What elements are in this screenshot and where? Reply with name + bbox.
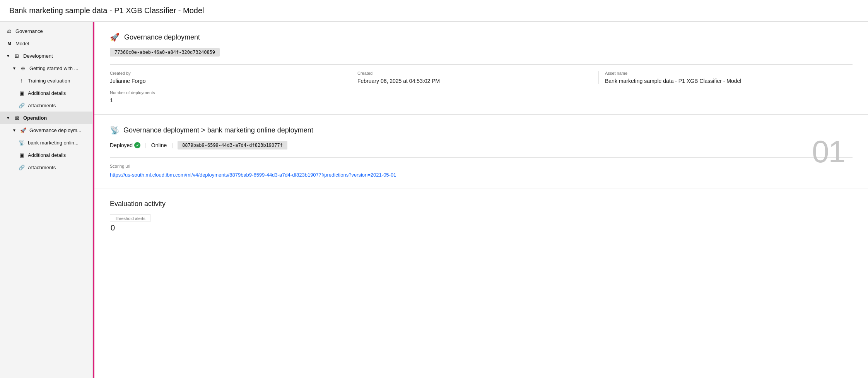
bank-marketing-deployment-title: Governance deployment > bank marketing o…	[123, 126, 313, 134]
created-by-value: Julianne Forgo	[110, 78, 345, 84]
deployment-uuid[interactable]: 8879bab9-6599-44d3-a7d4-df823b19077f	[178, 141, 287, 149]
meta-grid: Created by Julianne Forgo Created Februa…	[110, 64, 853, 84]
sidebar-item-getting-started[interactable]: ▼ ⊕ Getting started with ...	[0, 62, 92, 74]
sidebar-item-operation[interactable]: ▼ ⚖ Operation	[0, 112, 92, 124]
governance-icon: ⚖	[6, 28, 12, 34]
created-by-label: Created by	[110, 71, 345, 76]
governance-deployment-uuid[interactable]: 77360c0e-abeb-46a0-a84f-320d73240859	[110, 48, 220, 57]
development-icon: ⊞	[14, 53, 20, 59]
created-item: Created February 06, 2025 at 04:53:02 PM	[357, 71, 599, 84]
sidebar-item-label: Training evaluation	[28, 78, 70, 84]
sidebar-item-label: Development	[23, 53, 53, 59]
num-deployments-container: Number of deployments 1	[110, 90, 853, 103]
sidebar-item-development[interactable]: ▼ ⊞ Development	[0, 50, 92, 62]
num-deployments-label: Number of deployments	[110, 90, 853, 95]
threshold-alerts-container: Threshold alerts 0	[110, 214, 853, 232]
model-icon: M	[6, 40, 12, 46]
status-type: Online	[151, 142, 167, 148]
governance-deploy-icon: 🚀	[20, 127, 26, 133]
sidebar-item-label: Governance	[15, 28, 43, 34]
sidebar-item-label: bank marketing onlin...	[28, 140, 79, 146]
sidebar-item-label: Additional details	[28, 90, 66, 96]
sidebar-item-label: Operation	[23, 115, 47, 121]
rocket-icon: 🚀	[110, 33, 120, 42]
sidebar-item-model[interactable]: M Model	[0, 37, 92, 50]
created-by-item: Created by Julianne Forgo	[110, 71, 351, 84]
asset-name-value: Bank marketing sample data - P1 XGB Clas…	[605, 78, 840, 84]
deployment-number: 01	[812, 134, 845, 170]
evaluation-activity-section: Evaluation activity Threshold alerts 0	[94, 189, 868, 243]
status-row: Deployed | Online | 8879bab9-6599-44d3-a…	[110, 141, 853, 149]
governance-deployment-title: Governance deployment	[124, 33, 200, 41]
sidebar-item-label: Getting started with ...	[29, 65, 78, 71]
scoring-url-label: Scoring url	[110, 157, 853, 168]
sidebar-item-additional-details-op[interactable]: ▣ Additional details	[0, 149, 92, 161]
asset-name-label: Asset name	[605, 71, 840, 76]
sidebar-item-governance-deploy[interactable]: ▼ 🚀 Governance deploym...	[0, 124, 92, 136]
bank-marketing-deployment-section: 📡 Governance deployment > bank marketing…	[94, 115, 868, 189]
operation-icon: ⚖	[14, 115, 20, 121]
sidebar-item-attachments-dev[interactable]: 🔗 Attachments	[0, 99, 92, 112]
status-badge: Deployed	[110, 142, 140, 148]
section-header: 🚀 Governance deployment	[110, 33, 853, 42]
additional-details-op-icon: ▣	[19, 152, 25, 158]
eval-title: Evaluation activity	[110, 200, 853, 208]
sidebar-item-label: Governance deploym...	[29, 127, 81, 133]
sidebar-item-label: Additional details	[28, 152, 66, 158]
asset-name-item: Asset name Bank marketing sample data - …	[605, 71, 846, 84]
threshold-alerts-value: 0	[110, 223, 853, 232]
chevron-down-icon: ▼	[12, 66, 16, 70]
status-dot	[134, 142, 140, 148]
separator2: |	[171, 142, 173, 148]
sidebar-item-governance[interactable]: ⚖ Governance	[0, 25, 92, 37]
sidebar-item-label: Model	[15, 41, 29, 46]
deployment-header: 📡 Governance deployment > bank marketing…	[110, 125, 853, 135]
chevron-down-icon: ▼	[6, 116, 10, 120]
sidebar-item-attachments-op[interactable]: 🔗 Attachments	[0, 161, 92, 174]
sidebar-item-bank-marketing-online[interactable]: 📡 bank marketing onlin...	[0, 136, 92, 149]
attachments-op-icon: 🔗	[19, 164, 25, 170]
sidebar-item-label: Attachments	[28, 103, 56, 108]
sidebar: ⚖ Governance M Model ▼ ⊞ Development ▼ ⊕…	[0, 22, 93, 378]
created-label: Created	[357, 71, 592, 76]
online-icon: 📡	[19, 139, 25, 146]
chevron-down-icon: ▼	[12, 128, 16, 132]
additional-details-icon: ▣	[19, 90, 25, 96]
page-title: Bank marketing sample data - P1 XGB Clas…	[0, 0, 868, 22]
created-value: February 06, 2025 at 04:53:02 PM	[357, 78, 592, 84]
threshold-alerts-label: Threshold alerts	[110, 214, 150, 222]
scoring-url-link[interactable]: https://us-south.ml.cloud.ibm.com/ml/v4/…	[110, 172, 396, 178]
signal-icon: 📡	[110, 125, 120, 135]
sidebar-item-label: Attachments	[28, 165, 56, 170]
training-icon: ⁞	[19, 77, 25, 84]
sidebar-item-additional-details-dev[interactable]: ▣ Additional details	[0, 87, 92, 99]
governance-deployment-section: 🚀 Governance deployment 77360c0e-abeb-46…	[94, 22, 868, 115]
chevron-down-icon: ▼	[6, 54, 10, 58]
getting-started-icon: ⊕	[20, 65, 26, 71]
deployed-label: Deployed	[110, 142, 133, 148]
separator: |	[145, 142, 147, 148]
num-deployments-value: 1	[110, 97, 853, 103]
attachments-icon: 🔗	[19, 102, 25, 108]
main-content: 🚀 Governance deployment 77360c0e-abeb-46…	[94, 22, 868, 378]
sidebar-item-training-evaluation[interactable]: ⁞ Training evaluation	[0, 74, 92, 87]
